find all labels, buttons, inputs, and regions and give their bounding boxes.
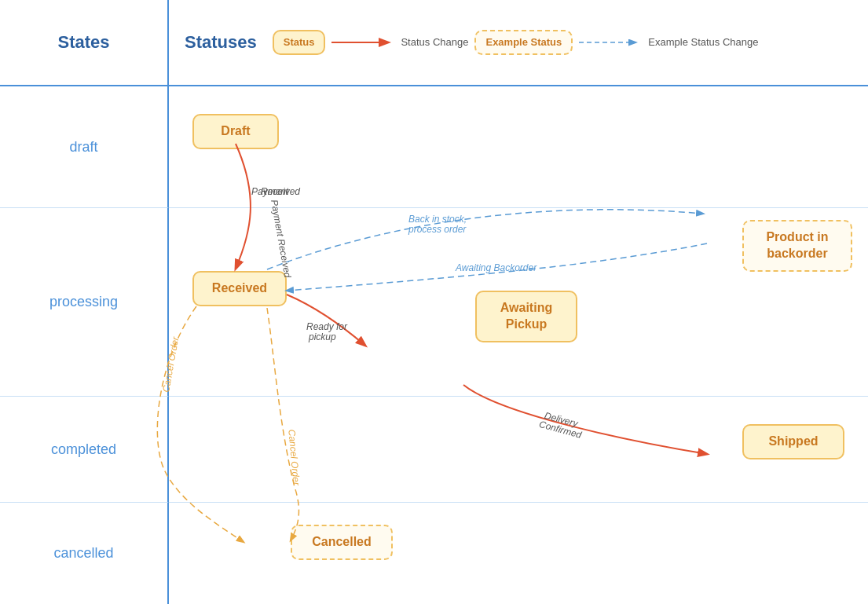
grid-layout: States Statuses Status Status Change Exa… [0,0,868,604]
legend: Status Status Change Example Status [273,30,759,56]
state-label-processing: processing [49,294,118,310]
legend-example-change-label: Example Status Change [648,36,758,48]
content-cell-cancelled: Cancelled [169,503,868,604]
header-statuses-cell: Statuses Status Status Change Example St… [169,0,868,86]
header-states-cell: States [0,0,169,86]
states-title: States [57,32,109,53]
statuses-title: Statuses [185,32,257,53]
state-label-cancelled: cancelled [53,545,113,562]
state-label-completed: completed [51,441,116,458]
diagram-container: States Statuses Status Status Change Exa… [0,0,868,604]
content-cell-completed: Shipped [169,397,868,503]
legend-solid-arrow [331,35,394,50]
content-cell-draft: Draft [169,86,868,208]
legend-example-status-box: Example Status [474,30,573,56]
status-box-draft: Draft [192,114,279,149]
status-box-cancelled: Cancelled [291,525,393,560]
status-box-received: Received [192,271,287,306]
legend-status-box: Status [273,30,326,56]
content-cell-processing: Received AwaitingPickup Product inbackor… [169,208,868,397]
status-box-awaiting-pickup: AwaitingPickup [475,291,577,342]
status-box-shipped: Shipped [742,424,844,459]
state-cell-cancelled: cancelled [0,503,169,604]
state-cell-completed: completed [0,397,169,503]
legend-status-change-label: Status Change [401,36,468,48]
state-cell-draft: draft [0,86,169,208]
state-label-draft: draft [69,139,97,156]
status-box-backorder: Product inbackorder [742,220,852,272]
state-cell-processing: processing [0,208,169,397]
legend-dashed-arrow [579,35,642,50]
